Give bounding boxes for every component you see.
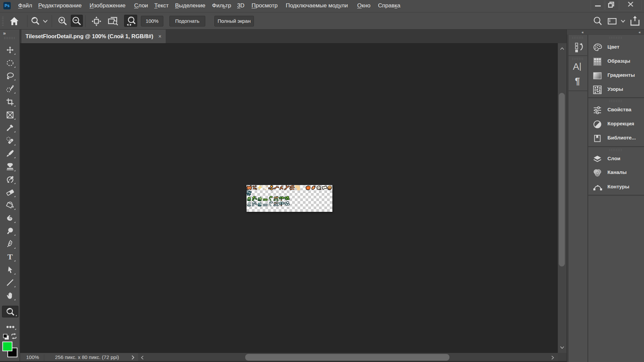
svg-text:T: T <box>7 253 13 261</box>
